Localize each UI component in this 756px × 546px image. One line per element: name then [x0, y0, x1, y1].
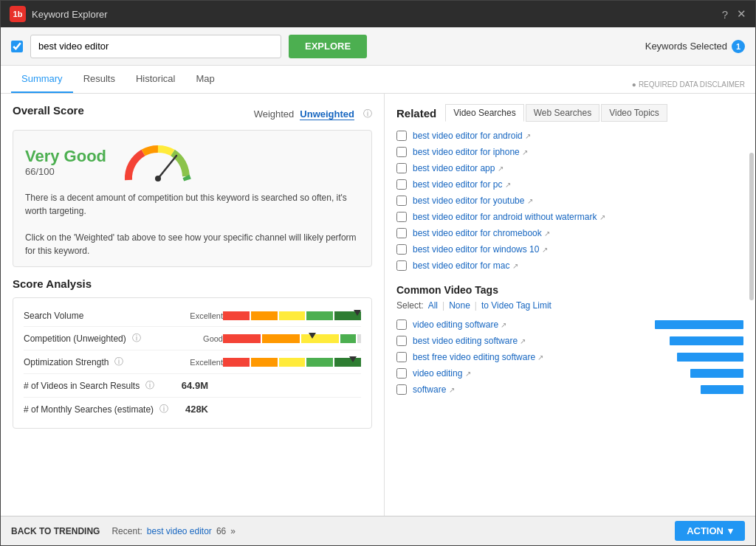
disclaimer-dot: ●	[632, 80, 636, 89]
tab-summary[interactable]: Summary	[11, 66, 73, 93]
related-link-2[interactable]: best video editor for iphone ↗	[413, 147, 528, 157]
tag-link-5[interactable]: software ↗	[413, 384, 695, 395]
action-button[interactable]: ACTION ▾	[675, 521, 745, 541]
score-info-icon[interactable]: ⓘ	[363, 108, 372, 120]
recent-bar: Recent: best video editor 66 »	[111, 526, 235, 536]
tag-checkbox-5[interactable]	[396, 384, 407, 395]
related-checkbox-4[interactable]	[396, 179, 407, 190]
related-item: best video editor app ↗	[396, 160, 743, 176]
related-item: best video editor for pc ↗	[396, 176, 743, 193]
related-checkbox-7[interactable]	[396, 228, 407, 238]
back-trending-button[interactable]: BACK TO TRENDING	[11, 526, 100, 536]
analysis-box: Search Volume Excellent Competition (Un	[13, 297, 372, 429]
tab-results[interactable]: Results	[73, 66, 126, 93]
help-icon[interactable]: ?	[722, 8, 728, 21]
optimization-rating: Excellent	[171, 358, 223, 367]
tag-item: video editing ↗	[396, 365, 743, 381]
optimization-bar	[223, 358, 361, 367]
search-input[interactable]	[30, 35, 281, 58]
related-tabs: Video Searches Web Searches Video Topics	[445, 104, 667, 122]
tag-item: best free video editing software ↗	[396, 349, 743, 365]
related-header: Related Video Searches Web Searches Vide…	[396, 104, 743, 122]
select-limit-link[interactable]: to Video Tag Limit	[481, 300, 551, 311]
competition-info-icon[interactable]: ⓘ	[132, 332, 141, 345]
tag-checkbox-3[interactable]	[396, 352, 407, 362]
select-none-link[interactable]: None	[449, 300, 470, 311]
related-link-6[interactable]: best video editor for android without wa…	[413, 212, 605, 222]
select-row: Select: All | None | to Video Tag Limit	[396, 300, 743, 311]
related-checkbox-6[interactable]	[396, 212, 407, 222]
tag-checkbox-1[interactable]	[396, 319, 407, 330]
explore-button[interactable]: EXPLORE	[289, 35, 367, 58]
svg-point-1	[155, 176, 161, 182]
related-checkbox-1[interactable]	[396, 131, 407, 141]
left-panel: Overall Score Weighted Unweighted ⓘ Very…	[1, 94, 385, 516]
tag-bar-4	[690, 369, 743, 378]
analysis-row-videos: # of Videos in Search Results ⓘ 64.9M	[24, 374, 361, 398]
tag-checkbox-4[interactable]	[396, 368, 407, 379]
related-link-7[interactable]: best video editor for chromebook ↗	[413, 228, 550, 238]
score-label: Very Good	[25, 147, 106, 166]
score-desc-2: Click on the 'Weighted' tab above to see…	[25, 231, 360, 258]
analysis-row-search-volume: Search Volume Excellent	[24, 305, 361, 327]
tag-checkbox-2[interactable]	[396, 336, 407, 346]
related-item: best video editor for android ↗	[396, 128, 743, 144]
close-icon[interactable]: ✕	[737, 7, 746, 21]
tag-item: video editing software ↗	[396, 317, 743, 333]
tab-map[interactable]: Map	[185, 66, 224, 93]
related-link-4[interactable]: best video editor for pc ↗	[413, 179, 511, 190]
tag-bar-3	[677, 353, 743, 362]
related-list: best video editor for android ↗ best vid…	[396, 128, 743, 274]
main-content: Overall Score Weighted Unweighted ⓘ Very…	[1, 94, 755, 516]
recent-num: 66	[216, 526, 226, 536]
unweighted-toggle[interactable]: Unweighted	[300, 108, 354, 120]
scrollbar[interactable]	[749, 153, 754, 300]
related-link-1[interactable]: best video editor for android ↗	[413, 131, 531, 141]
keywords-selected: Keywords Selected 1	[645, 40, 745, 53]
related-checkbox-2[interactable]	[396, 147, 407, 157]
related-item: best video editor for windows 10 ↗	[396, 241, 743, 258]
bottom-bar: BACK TO TRENDING Recent: best video edit…	[1, 516, 755, 545]
recent-label: Recent:	[111, 526, 142, 536]
competition-label: Competition (Unweighted) ⓘ	[24, 332, 171, 345]
optimization-info-icon[interactable]: ⓘ	[114, 356, 123, 368]
videos-info-icon[interactable]: ⓘ	[145, 379, 154, 392]
monthly-info-icon[interactable]: ⓘ	[159, 403, 168, 415]
score-desc-1: There is a decent amount of competition …	[25, 191, 360, 218]
divider-1: |	[442, 300, 444, 311]
svg-line-0	[158, 156, 176, 179]
competition-bar	[223, 334, 361, 343]
related-checkbox-5[interactable]	[396, 196, 407, 206]
recent-link[interactable]: best video editor	[147, 526, 212, 536]
analysis-row-competition: Competition (Unweighted) ⓘ Good	[24, 327, 361, 350]
related-link-5[interactable]: best video editor for youtube ↗	[413, 196, 533, 206]
tag-link-2[interactable]: best video editing software ↗	[413, 336, 664, 346]
disclaimer-text: REQUIRED DATA DISCLAIMER	[639, 80, 745, 89]
weighted-toggle[interactable]: Weighted	[254, 108, 295, 120]
tag-link-1[interactable]: video editing software ↗	[413, 319, 649, 330]
related-checkbox-3[interactable]	[396, 163, 407, 173]
related-tab-video-topics[interactable]: Video Topics	[601, 104, 667, 122]
title-bar: 1b Keyword Explorer ? ✕	[1, 1, 755, 27]
search-checkbox[interactable]	[11, 41, 23, 52]
select-all-link[interactable]: All	[428, 300, 438, 311]
related-link-9[interactable]: best video editor for mac ↗	[413, 260, 518, 271]
related-link-3[interactable]: best video editor app ↗	[413, 163, 504, 173]
search-volume-label: Search Volume	[24, 311, 171, 321]
tag-link-3[interactable]: best free video editing software ↗	[413, 352, 671, 362]
common-tags-title: Common Video Tags	[396, 284, 743, 296]
app-logo: 1b	[10, 6, 26, 22]
score-desc: There is a decent amount of competition …	[25, 191, 360, 258]
score-toggle: Weighted Unweighted ⓘ	[254, 108, 372, 120]
tag-link-4[interactable]: video editing ↗	[413, 368, 684, 379]
monthly-value: 428K	[171, 404, 208, 415]
disclaimer: ● REQUIRED DATA DISCLAIMER	[632, 80, 745, 93]
related-tab-video-searches[interactable]: Video Searches	[445, 104, 524, 122]
overall-score-title: Overall Score	[13, 104, 84, 117]
tag-bar-2	[670, 336, 743, 345]
related-tab-web-searches[interactable]: Web Searches	[526, 104, 600, 122]
related-link-8[interactable]: best video editor for windows 10 ↗	[413, 244, 548, 255]
related-checkbox-8[interactable]	[396, 244, 407, 255]
related-checkbox-9[interactable]	[396, 260, 407, 271]
tab-historical[interactable]: Historical	[126, 66, 185, 93]
